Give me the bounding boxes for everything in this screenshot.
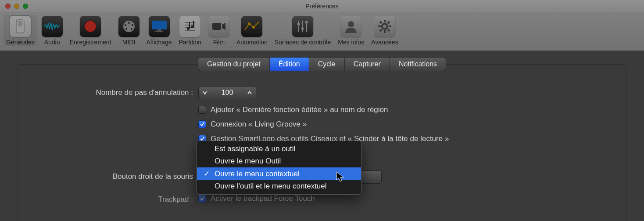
toolbar-label: Avancées: [371, 39, 398, 46]
waveform-icon: [42, 16, 63, 37]
toolbar-label: Mes infos: [338, 39, 364, 46]
toolbar-audio[interactable]: Audio: [39, 15, 65, 46]
toolbar-midi[interactable]: MIDI: [116, 15, 142, 46]
svg-rect-20: [193, 21, 194, 27]
svg-rect-21: [212, 23, 221, 30]
minimize-icon[interactable]: [14, 4, 19, 9]
menu-item-open-tool-menu[interactable]: Ouvre le menu Outil: [197, 155, 361, 167]
checkbox-addlast[interactable]: [198, 106, 206, 114]
midi-icon: [118, 16, 140, 37]
menu-item-assignable[interactable]: Est assignable à un outil: [197, 143, 361, 155]
camera-icon: [208, 16, 229, 37]
svg-point-23: [248, 22, 250, 25]
record-icon: [80, 16, 101, 37]
undo-steps-stepper[interactable]: 100: [198, 86, 256, 99]
svg-rect-18: [189, 22, 190, 29]
toolbar-label: Audio: [44, 39, 60, 46]
svg-rect-1: [18, 21, 22, 26]
toolbar-enregistrement[interactable]: Enregistrement: [67, 15, 114, 46]
menu-item-open-tool-and-context[interactable]: Ouvre l'outil et le menu contextuel: [197, 180, 361, 192]
right-mouse-label: Bouton droit de la souris: [0, 172, 193, 181]
faders-icon: [292, 16, 313, 37]
svg-rect-11: [157, 29, 161, 31]
checkbox-row-trackpad: Activer le trackpad Force Touch: [198, 194, 315, 203]
tab-gestion[interactable]: Gestion du projet: [198, 58, 270, 71]
toolbar-automation[interactable]: Automation: [234, 15, 270, 46]
checkbox-trackpad-label: Activer le trackpad Force Touch: [211, 194, 315, 203]
toolbar-mesinfos[interactable]: Mes infos: [335, 15, 367, 46]
tab-cycle[interactable]: Cycle: [309, 58, 345, 71]
titlebar: Préférences: [0, 0, 644, 12]
toolbar-film[interactable]: Film: [206, 15, 232, 46]
svg-point-6: [125, 24, 126, 26]
svg-point-32: [382, 24, 387, 29]
checkbox-row-addlast: Ajouter « Dernière fonction éditée » au …: [198, 105, 388, 114]
close-icon[interactable]: [5, 4, 11, 9]
toolbar-label: Générales: [6, 39, 35, 46]
toolbar-label: Surfaces de contrôle: [275, 39, 331, 46]
undo-steps-label: Nombre de pas d'annulation :: [0, 88, 193, 97]
toolbar-label: Enregistrement: [70, 39, 111, 46]
score-icon: [179, 16, 200, 37]
toolbar-label: Affichage: [147, 39, 172, 46]
toolbar-affichage[interactable]: Affichage: [144, 15, 175, 46]
trackpad-label: Trackpad :: [0, 195, 193, 204]
checkbox-trackpad[interactable]: [198, 195, 206, 203]
svg-rect-10: [152, 21, 167, 29]
toolbar-partition[interactable]: Partition: [176, 15, 204, 46]
svg-rect-30: [305, 22, 308, 23]
checkbox-row-livinggroove: Connexion « Living Groove »: [198, 120, 307, 129]
checkbox-addlast-label: Ajouter « Dernière fonction éditée » au …: [211, 105, 388, 114]
svg-point-24: [252, 26, 255, 29]
checkbox-livinggroove[interactable]: [198, 120, 206, 128]
svg-line-39: [388, 22, 390, 23]
tab-notifications[interactable]: Notifications: [390, 58, 446, 71]
svg-point-8: [125, 28, 127, 30]
svg-rect-28: [297, 23, 300, 25]
svg-point-9: [131, 28, 132, 30]
automation-icon: [241, 16, 262, 37]
toolbar-generales[interactable]: Générales: [4, 15, 37, 46]
zoom-icon[interactable]: [23, 4, 28, 9]
right-mouse-menu: Est assignable à un outil Ouvre le menu …: [197, 141, 361, 195]
svg-rect-12: [155, 31, 163, 32]
toolbar-avancees[interactable]: Avancées: [369, 15, 401, 46]
menu-item-label: Est assignable à un outil: [215, 145, 295, 153]
toolbar: Générales Audio Enregistrement MIDI Affi…: [0, 12, 644, 51]
svg-point-7: [132, 24, 133, 26]
segmented-tabs: Gestion du projet Édition Cycle Capturer…: [198, 58, 446, 71]
svg-point-31: [348, 21, 354, 27]
svg-line-40: [380, 29, 382, 31]
toolbar-label: Automation: [236, 39, 268, 46]
stepper-decrement[interactable]: [199, 87, 211, 99]
toolbar-surfaces[interactable]: Surfaces de contrôle: [272, 15, 333, 46]
tab-edition[interactable]: Édition: [270, 58, 309, 71]
svg-point-5: [128, 22, 130, 24]
display-icon: [149, 16, 170, 37]
content: Gestion du projet Édition Cycle Capturer…: [0, 51, 644, 221]
window-title: Préférences: [305, 3, 338, 10]
svg-line-38: [388, 29, 390, 31]
switch-icon: [10, 16, 31, 37]
svg-line-37: [380, 22, 382, 23]
menu-item-label: Ouvre le menu contextuel: [215, 170, 300, 178]
gear-icon: [374, 16, 395, 37]
toolbar-label: Partition: [179, 39, 201, 46]
svg-rect-29: [301, 28, 304, 29]
menu-item-open-context-menu[interactable]: ✓ Ouvre le menu contextuel: [197, 167, 361, 180]
svg-marker-22: [222, 23, 225, 30]
stepper-increment[interactable]: [243, 87, 256, 99]
menu-item-label: Ouvre le menu Outil: [215, 157, 281, 166]
check-icon: ✓: [203, 169, 210, 178]
tab-capturer[interactable]: Capturer: [345, 58, 390, 71]
stepper-value: 100: [211, 89, 243, 97]
window-controls: [5, 4, 28, 9]
user-icon: [340, 16, 361, 37]
toolbar-label: Film: [213, 39, 225, 46]
checkbox-livinggroove-label: Connexion « Living Groove »: [211, 120, 307, 129]
toolbar-label: MIDI: [122, 39, 136, 46]
menu-item-label: Ouvre l'outil et le menu contextuel: [215, 182, 327, 191]
